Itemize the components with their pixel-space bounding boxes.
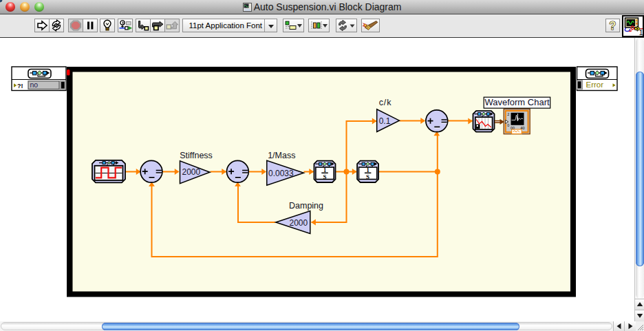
- svg-text:2000: 2000: [182, 167, 201, 177]
- svg-text:Error: Error: [586, 81, 604, 89]
- svg-text:?: ?: [609, 20, 616, 32]
- svg-text:no: no: [30, 81, 39, 89]
- svg-text:1: 1: [639, 28, 643, 36]
- svg-text:c/k: c/k: [379, 98, 391, 107]
- svg-text:S: S: [323, 173, 326, 180]
- svg-text:2: 2: [507, 112, 509, 116]
- svg-text:Waveform Chart: Waveform Chart: [484, 97, 550, 107]
- svg-text:0.0033: 0.0033: [268, 169, 294, 178]
- svg-text:Damping: Damping: [289, 201, 323, 211]
- svg-text:?!: ?!: [17, 83, 23, 89]
- svg-text:0: 0: [507, 123, 509, 127]
- svg-text:1: 1: [323, 167, 326, 173]
- svg-text:1/Mass: 1/Mass: [268, 151, 295, 160]
- svg-text:Stiffness: Stiffness: [180, 151, 213, 160]
- svg-text:0.1: 0.1: [379, 116, 391, 126]
- svg-text:2000: 2000: [290, 218, 308, 228]
